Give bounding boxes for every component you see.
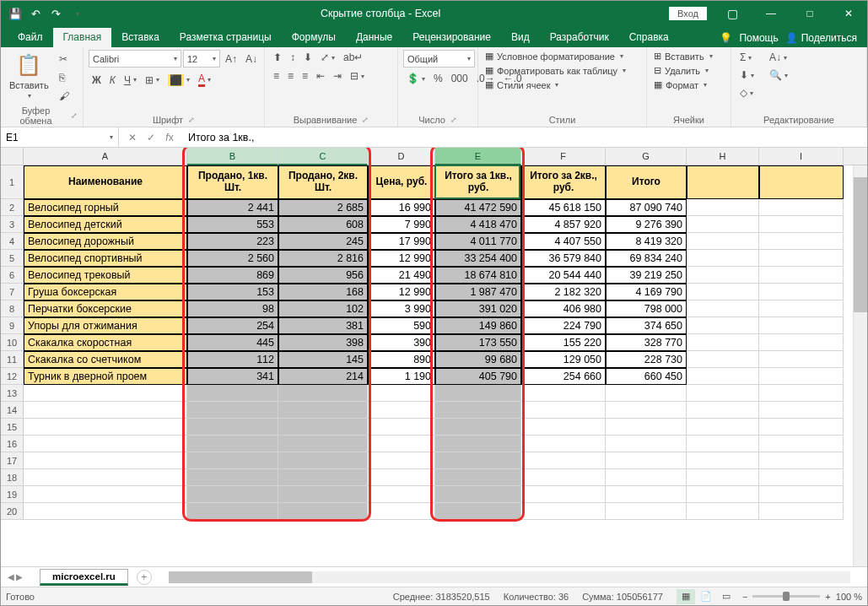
cell[interactable] bbox=[687, 334, 759, 351]
cell[interactable] bbox=[759, 402, 844, 419]
zoom-out-button[interactable]: − bbox=[742, 592, 747, 602]
save-icon[interactable]: 💾 bbox=[8, 6, 23, 21]
cell[interactable] bbox=[687, 419, 759, 436]
cell[interactable] bbox=[187, 385, 278, 402]
cell[interactable] bbox=[759, 267, 844, 284]
row-header[interactable]: 13 bbox=[1, 385, 24, 402]
cell[interactable] bbox=[606, 419, 687, 436]
cell[interactable] bbox=[187, 419, 278, 436]
cell[interactable] bbox=[521, 452, 606, 469]
cell[interactable]: 12 990 bbox=[368, 250, 435, 267]
cell[interactable] bbox=[435, 503, 521, 520]
cancel-formula-button[interactable]: ✕ bbox=[124, 132, 141, 143]
cell[interactable] bbox=[187, 436, 278, 452]
cell[interactable] bbox=[368, 436, 435, 452]
cell[interactable] bbox=[606, 486, 687, 503]
tab-page-layout[interactable]: Разметка страницы bbox=[170, 28, 282, 47]
cell[interactable] bbox=[24, 469, 187, 486]
row-header[interactable]: 16 bbox=[1, 436, 24, 452]
cell[interactable] bbox=[435, 452, 521, 469]
cell[interactable] bbox=[278, 419, 368, 436]
cell[interactable] bbox=[435, 436, 521, 452]
cell[interactable]: 1 190 bbox=[368, 368, 435, 385]
cell[interactable] bbox=[759, 452, 844, 469]
cell[interactable] bbox=[24, 452, 187, 469]
cell[interactable] bbox=[278, 436, 368, 452]
cell[interactable]: 405 790 bbox=[435, 368, 521, 385]
tab-insert[interactable]: Вставка bbox=[111, 28, 170, 47]
cell[interactable]: Велосипед дорожный bbox=[24, 233, 187, 250]
cell[interactable]: 4 407 550 bbox=[521, 233, 606, 250]
cell[interactable] bbox=[687, 233, 759, 250]
font-name-select[interactable]: Calibri▾ bbox=[89, 50, 181, 68]
cell[interactable]: Продано, 2кв. Шт. bbox=[278, 165, 368, 199]
cell[interactable] bbox=[435, 486, 521, 503]
align-left-button[interactable]: ≡ bbox=[270, 68, 283, 84]
align-bottom-button[interactable]: ⬇ bbox=[300, 50, 315, 65]
name-box[interactable]: E1▾ bbox=[1, 127, 119, 147]
cell[interactable] bbox=[24, 436, 187, 452]
cell[interactable] bbox=[368, 486, 435, 503]
row-header[interactable]: 18 bbox=[1, 469, 24, 486]
cell[interactable]: 224 790 bbox=[521, 317, 606, 334]
cell[interactable] bbox=[368, 503, 435, 520]
cell[interactable] bbox=[368, 452, 435, 469]
row-header[interactable]: 17 bbox=[1, 452, 24, 469]
cell[interactable]: 1 987 470 bbox=[435, 284, 521, 300]
cell[interactable]: Итого за 2кв., руб. bbox=[521, 165, 606, 199]
tab-file[interactable]: Файл bbox=[8, 28, 53, 47]
cell[interactable] bbox=[278, 385, 368, 402]
cell[interactable] bbox=[759, 250, 844, 267]
row-header[interactable]: 8 bbox=[1, 300, 24, 317]
redo-icon[interactable]: ↷ bbox=[48, 6, 63, 21]
cell[interactable] bbox=[521, 419, 606, 436]
comma-button[interactable]: 000 bbox=[448, 71, 472, 86]
bold-button[interactable]: Ж bbox=[89, 73, 105, 88]
cell[interactable] bbox=[759, 436, 844, 452]
cell[interactable] bbox=[278, 486, 368, 503]
format-cells-button[interactable]: ▦ Формат ▾ bbox=[652, 78, 714, 91]
cell[interactable] bbox=[759, 419, 844, 436]
sheet-tab[interactable]: microexcel.ru bbox=[40, 569, 128, 586]
cell[interactable]: 98 bbox=[187, 300, 278, 317]
cell[interactable]: 2 816 bbox=[278, 250, 368, 267]
cell[interactable] bbox=[521, 402, 606, 419]
cell[interactable]: 21 490 bbox=[368, 267, 435, 284]
row-header[interactable]: 19 bbox=[1, 486, 24, 503]
cell[interactable]: 956 bbox=[278, 267, 368, 284]
column-header-A[interactable]: A bbox=[24, 148, 187, 165]
row-header[interactable]: 15 bbox=[1, 419, 24, 436]
decrease-indent-button[interactable]: ⇤ bbox=[313, 68, 328, 84]
increase-indent-button[interactable]: ⇥ bbox=[330, 68, 345, 84]
cell[interactable] bbox=[521, 385, 606, 402]
row-header[interactable]: 2 bbox=[1, 199, 24, 216]
format-as-table-button[interactable]: ▦ Форматировать как таблицу ▾ bbox=[483, 64, 628, 77]
cell[interactable] bbox=[687, 250, 759, 267]
align-center-button[interactable]: ≡ bbox=[284, 68, 297, 84]
cell[interactable] bbox=[606, 469, 687, 486]
cell[interactable]: 7 990 bbox=[368, 216, 435, 233]
cell[interactable]: 890 bbox=[368, 351, 435, 368]
cell[interactable]: Продано, 1кв. Шт. bbox=[187, 165, 278, 199]
cell[interactable]: 341 bbox=[187, 368, 278, 385]
cell[interactable]: 102 bbox=[278, 300, 368, 317]
cell[interactable] bbox=[687, 503, 759, 520]
cell[interactable]: 3 990 bbox=[368, 300, 435, 317]
cell[interactable] bbox=[435, 402, 521, 419]
cell[interactable] bbox=[687, 351, 759, 368]
cell[interactable] bbox=[606, 503, 687, 520]
cell[interactable]: 173 550 bbox=[435, 334, 521, 351]
row-header[interactable]: 10 bbox=[1, 334, 24, 351]
zoom-in-button[interactable]: + bbox=[825, 592, 830, 602]
cell[interactable] bbox=[187, 486, 278, 503]
row-header[interactable]: 4 bbox=[1, 233, 24, 250]
maximize-button[interactable]: □ bbox=[791, 1, 828, 26]
cell[interactable]: 798 000 bbox=[606, 300, 687, 317]
cell[interactable]: 45 618 150 bbox=[521, 199, 606, 216]
column-header-D[interactable]: D bbox=[368, 148, 435, 165]
cell[interactable]: 17 990 bbox=[368, 233, 435, 250]
sheet-nav-prev[interactable]: ◀ bbox=[8, 572, 14, 582]
cell[interactable]: 2 441 bbox=[187, 199, 278, 216]
cell[interactable] bbox=[606, 436, 687, 452]
cell[interactable]: 155 220 bbox=[521, 334, 606, 351]
